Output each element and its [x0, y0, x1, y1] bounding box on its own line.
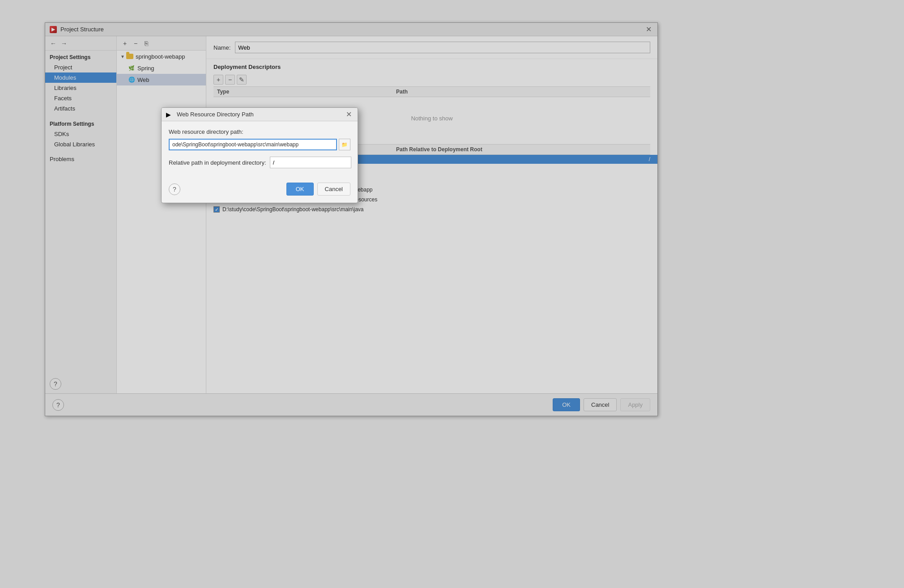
modal-path-input[interactable]: [169, 139, 337, 150]
modal-rel-input[interactable]: [270, 157, 351, 168]
modal-title-left: ▶ Web Resource Directory Path: [166, 111, 254, 118]
modal-icon: ▶: [166, 111, 173, 118]
modal-ok-button[interactable]: OK: [286, 183, 314, 196]
modal-path-label: Web resource directory path:: [169, 128, 350, 135]
modal-dialog: ▶ Web Resource Directory Path ✕ Web reso…: [161, 107, 358, 203]
modal-rel-label: Relative path in deployment directory:: [169, 159, 266, 166]
modal-help-button[interactable]: ?: [169, 183, 180, 195]
modal-footer-right: OK Cancel: [286, 183, 350, 196]
modal-cancel-button[interactable]: Cancel: [317, 183, 350, 196]
modal-rel-row: Relative path in deployment directory:: [169, 157, 350, 168]
modal-title: Web Resource Directory Path: [177, 111, 254, 118]
modal-close-button[interactable]: ✕: [344, 110, 353, 119]
modal-overlay: ▶ Web Resource Directory Path ✕ Web reso…: [0, 0, 904, 588]
modal-footer: ? OK Cancel: [162, 183, 358, 203]
modal-titlebar: ▶ Web Resource Directory Path ✕: [162, 108, 358, 121]
modal-browse-button[interactable]: 📁: [339, 139, 350, 150]
modal-path-row: 📁: [169, 139, 350, 150]
modal-body: Web resource directory path: 📁 Relative …: [162, 121, 358, 183]
